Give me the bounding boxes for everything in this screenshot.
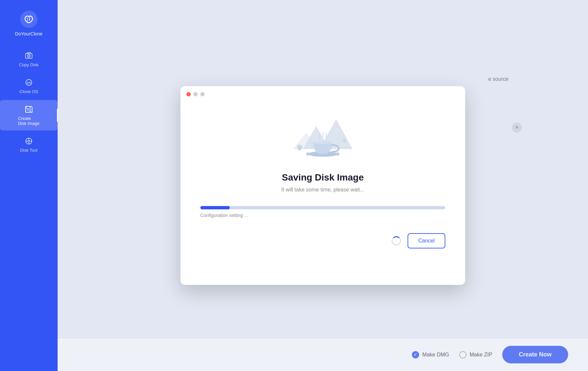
sidebar-item-label: Disk Tool bbox=[20, 148, 38, 153]
sidebar-nav: Copy Disk OS Clone OS CreateDisk Image bbox=[0, 46, 58, 157]
sidebar-item-disk-tool[interactable]: Disk Tool bbox=[0, 132, 58, 157]
svg-point-0 bbox=[20, 11, 37, 28]
sidebar-item-create-disk-image[interactable]: CreateDisk Image bbox=[0, 100, 58, 131]
sidebar-item-label: Clone OS bbox=[20, 89, 38, 94]
create-disk-image-icon bbox=[24, 105, 33, 114]
svg-point-14 bbox=[306, 152, 310, 156]
sidebar-item-clone-os[interactable]: OS Clone OS bbox=[0, 73, 58, 99]
modal-title: Saving Disk Image bbox=[282, 172, 364, 183]
main-content: e source × bbox=[58, 0, 588, 371]
loading-spinner bbox=[392, 236, 401, 245]
progress-bar-background bbox=[200, 206, 445, 209]
svg-point-15 bbox=[336, 152, 339, 156]
clone-os-icon: OS bbox=[24, 78, 33, 87]
sidebar-item-label: Copy Disk bbox=[19, 62, 38, 67]
app-name: DoYourClone bbox=[15, 31, 43, 36]
svg-rect-6 bbox=[25, 106, 30, 112]
svg-point-3 bbox=[28, 56, 29, 57]
saving-dialog: Saving Disk Image It will take some time… bbox=[180, 86, 465, 285]
illustration bbox=[290, 103, 356, 162]
copy-disk-icon bbox=[24, 51, 33, 60]
svg-point-16 bbox=[343, 139, 346, 142]
svg-point-13 bbox=[314, 141, 332, 144]
saving-illustration bbox=[290, 103, 356, 162]
modal-overlay: Saving Disk Image It will take some time… bbox=[58, 0, 588, 371]
svg-text:OS: OS bbox=[26, 81, 31, 84]
logo-icon bbox=[20, 10, 38, 28]
sidebar-item-copy-disk[interactable]: Copy Disk bbox=[0, 46, 58, 72]
modal-maximize-button[interactable] bbox=[200, 92, 205, 96]
svg-point-9 bbox=[28, 140, 30, 142]
sidebar-item-label: CreateDisk Image bbox=[18, 116, 39, 126]
modal-close-button[interactable] bbox=[186, 92, 191, 96]
progress-bar-fill bbox=[200, 206, 230, 209]
progress-label: Configuration setting ... bbox=[200, 213, 445, 218]
cancel-button[interactable]: Cancel bbox=[408, 233, 445, 248]
modal-footer: Cancel bbox=[200, 233, 445, 248]
sidebar: DoYourClone Copy Disk OS Clone OS bbox=[0, 0, 58, 371]
svg-point-7 bbox=[26, 107, 27, 108]
modal-subtitle: It will take some time, please wait... bbox=[281, 187, 365, 193]
progress-container: Configuration setting ... bbox=[200, 206, 445, 218]
modal-traffic-lights bbox=[186, 92, 205, 96]
modal-minimize-button[interactable] bbox=[193, 92, 198, 96]
app-logo: DoYourClone bbox=[15, 10, 43, 36]
disk-tool-icon bbox=[24, 136, 33, 146]
svg-rect-11 bbox=[299, 147, 300, 151]
